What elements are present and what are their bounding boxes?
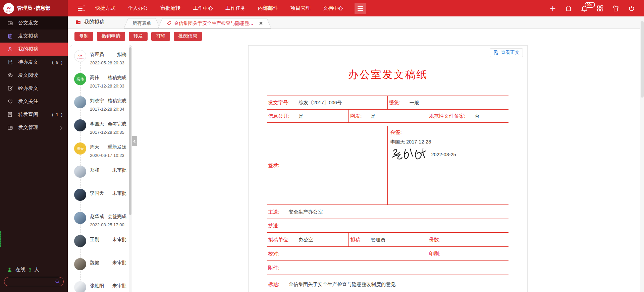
timeline-list: ∞华天动力 管理员拟稿 2022-05-28 20:33 高伟 高伟核稿完成 2… — [70, 45, 132, 292]
sidebar: 公文发文 发文拟稿 我的拟稿 待办发文 ( 9 ) 发文阅读 经办发文 发文关注… — [0, 16, 68, 292]
sidebar-item-draft-document[interactable]: 发文拟稿 — [0, 30, 68, 43]
online-users[interactable]: 在线 3 人 — [7, 267, 39, 273]
forward-button[interactable]: 转发 — [129, 32, 148, 41]
menu-item-work-center[interactable]: 工作中心 — [193, 5, 213, 11]
menu-item-approval-flow[interactable]: 审批流转 — [160, 5, 180, 11]
approval-status: 核稿完成 — [108, 75, 126, 81]
search-icon[interactable] — [55, 279, 60, 284]
logout-power-icon[interactable] — [628, 5, 635, 12]
field-countersign: 会签: 李国天 2017-12-28 2022-03-25 — [388, 126, 509, 162]
tag-icon — [167, 21, 172, 26]
more-menu-button[interactable] — [355, 3, 366, 14]
field-issue-sign: 签发: — [267, 126, 388, 205]
online-person-icon — [7, 267, 12, 273]
handwritten-signature — [390, 147, 428, 162]
timeline-entry[interactable]: 张胜阳未审批 — [74, 281, 126, 292]
tab-document[interactable]: 金信集团关于安全生产检查与隐患整... — [158, 18, 271, 28]
eye-icon — [7, 72, 13, 78]
timeline-entry[interactable]: 李国天未审批 — [74, 188, 126, 211]
approval-date: 2022-05-28 20:33 — [90, 60, 126, 65]
menu-item-document-center[interactable]: 文档中心 — [323, 5, 343, 11]
close-tab-icon[interactable] — [259, 21, 263, 25]
sidebar-item-pending-documents[interactable]: 待办发文 ( 9 ) — [0, 56, 68, 69]
approver-name: 周天 — [90, 144, 99, 150]
page-scrollbar-thumb[interactable] — [641, 21, 644, 98]
timeline-entry[interactable]: 高伟 高伟核稿完成 2017-12-28 20:33 — [74, 72, 126, 96]
field-drafter: 拟稿: 管理员 — [349, 233, 427, 246]
avatar — [74, 235, 86, 247]
document-panel: 查看正文 办公室发文稿纸 发文字号: 综发〔2017〕006号 缓急: 一般 — [248, 45, 528, 292]
avatar — [74, 96, 86, 108]
online-count: 3 — [29, 267, 31, 273]
sidebar-item-handled-documents[interactable]: 经办发文 — [0, 82, 68, 95]
menu-item-project-management[interactable]: 项目管理 — [290, 5, 311, 11]
menu-item-shortcuts[interactable]: 快捷方式 — [95, 5, 115, 11]
timeline-scrollbar-thumb[interactable] — [129, 47, 131, 215]
approver-name: 高伟 — [90, 75, 99, 81]
timeline-entry[interactable]: 李国天会签完成 2017-12-28 20:35 — [74, 119, 126, 142]
notification-badge: 99+ — [585, 2, 595, 8]
copy-button[interactable]: 复制 — [74, 32, 93, 41]
collapse-panel-handle[interactable] — [132, 136, 137, 146]
theme-tshirt-icon[interactable] — [612, 5, 620, 12]
approval-status: 未审批 — [112, 283, 126, 289]
top-navigation-bar: ∞ 华天动力 管理员 -信息部 快捷方式 个人办公 审批流转 工作中心 工作任务… — [0, 0, 644, 16]
menu-toggle-icon[interactable] — [76, 5, 85, 12]
menu-item-work-tasks[interactable]: 工作任务 — [225, 5, 246, 11]
document-title: 办公室发文稿纸 — [249, 68, 527, 82]
field-print: 印刷: — [427, 247, 508, 260]
sidebar-item-official-dispatch[interactable]: 公文发文 — [0, 16, 68, 30]
field-doc-number: 发文字号: 综发〔2017〕006号 — [267, 96, 388, 109]
field-urgency: 缓急: 一般 — [388, 96, 509, 109]
page-scrollbar[interactable] — [640, 16, 644, 292]
field-doc-title: 标题: 金信集团关于安全生产检查与隐患整改制度的意见 — [267, 275, 508, 292]
tabs: 所有表单 金信集团关于安全生产检查与隐患整... — [124, 18, 269, 28]
folder-docs-icon — [7, 20, 13, 26]
search-input[interactable] — [4, 279, 55, 284]
print-button[interactable]: 打印 — [151, 32, 170, 41]
timeline-entry[interactable]: 王刚未审批 — [74, 234, 126, 257]
heart-icon — [7, 99, 13, 104]
timeline-entry[interactable]: 魏健未审批 — [74, 257, 126, 281]
home-icon[interactable] — [565, 5, 572, 12]
approval-status: 未审批 — [112, 190, 126, 196]
approval-date: 2017-12-28 20:34 — [90, 107, 126, 112]
timeline-scrollbar[interactable] — [129, 45, 132, 292]
chevron-right-icon — [58, 126, 62, 129]
approver-name: 魏健 — [90, 260, 99, 266]
notification-bell-icon[interactable]: 99+ — [581, 5, 588, 12]
sidebar-search — [4, 277, 64, 286]
tab-all-forms[interactable]: 所有表单 — [124, 18, 160, 28]
menu-item-personal-office[interactable]: 个人办公 — [128, 5, 148, 11]
timeline-entry[interactable]: 周天 周天重新发送 2020-06-17 10:23 — [74, 142, 126, 165]
brand-area[interactable]: ∞ 华天动力 管理员 -信息部 — [0, 0, 68, 16]
toolbar: 复制 撤销申请 转发 打印 批阅信息 — [68, 29, 644, 44]
top-menu: 快捷方式 个人办公 审批流转 工作中心 工作任务 内部邮件 项目管理 文档中心 — [95, 5, 343, 11]
timeline-entry[interactable]: ∞华天动力 管理员拟稿 2022-05-28 20:33 — [74, 49, 126, 72]
apps-grid-icon[interactable] — [596, 5, 604, 12]
avatar — [74, 258, 86, 270]
timeline-entry[interactable]: 郑和未审批 — [74, 165, 126, 188]
menu-item-internal-mail[interactable]: 内部邮件 — [258, 5, 278, 11]
todo-doc-icon — [7, 59, 13, 65]
sidebar-item-my-drafts[interactable]: 我的拟稿 — [0, 43, 68, 56]
sidebar-item-forward-review[interactable]: 转发查阅 ( 1 ) — [0, 108, 68, 121]
avatar — [74, 119, 86, 131]
field-main-send: 主送: 安全生产办公室 — [267, 205, 508, 219]
sidebar-item-document-management[interactable]: 发文管理 — [0, 121, 68, 134]
avatar: 高伟 — [74, 73, 86, 85]
add-icon[interactable]: ＋ — [549, 5, 556, 12]
sidebar-item-document-follow[interactable]: 发文关注 — [0, 95, 68, 108]
person-icon — [7, 46, 13, 52]
approver-name: 李国天 — [90, 190, 104, 196]
doc-view-icon — [493, 50, 499, 56]
timeline-entry[interactable]: 刘晓宇核稿完成 2017-12-28 20:34 — [74, 96, 126, 119]
sidebar-item-document-reading[interactable]: 发文阅读 — [0, 69, 68, 82]
content-area: 我的拟稿 所有表单 金信集团关于安全生产检查与隐患整... 复制 撤销申请 转发… — [68, 16, 644, 292]
review-info-button[interactable]: 批阅信息 — [174, 32, 202, 41]
view-body-link[interactable]: 查看正文 — [490, 48, 523, 57]
approver-name: 张胜阳 — [90, 283, 104, 289]
edge-widget-handle[interactable] — [0, 231, 1, 247]
timeline-entry[interactable]: 赵华威会签完成 2022-03-25 17:00 — [74, 211, 126, 234]
withdraw-request-button[interactable]: 撤销申请 — [97, 32, 125, 41]
